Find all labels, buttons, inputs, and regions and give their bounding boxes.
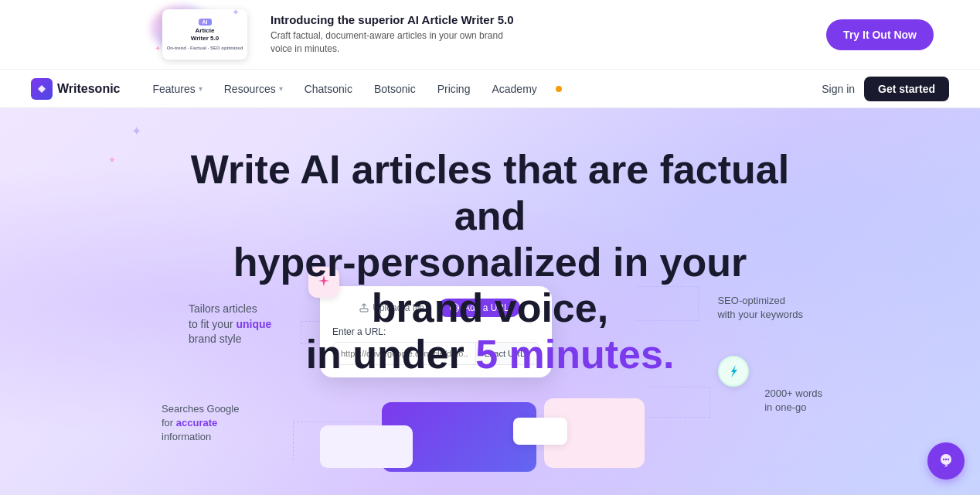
svg-point-6	[948, 459, 949, 460]
navbar: Writesonic Features ▾ Resources ▾ Chatso…	[0, 70, 980, 108]
hero-section: ✦ ✦ Write AI articles that are factual a…	[0, 108, 980, 495]
decorative-card-white	[513, 418, 567, 445]
nav-item-chatsonic[interactable]: Chatsonic	[295, 78, 362, 100]
logo-text: Writesonic	[57, 82, 121, 96]
hero-title-highlight: 5 minutes.	[475, 332, 674, 377]
nav-item-academy[interactable]: Academy	[482, 78, 546, 100]
get-started-button[interactable]: Get started	[864, 77, 949, 101]
notification-dot	[556, 86, 562, 92]
hero-title-line2: hyper-personalized in your brand voice,	[233, 240, 747, 331]
sparkle-icon-2: ✦	[155, 44, 161, 53]
hero-title-line1: Write AI articles that are factual and	[191, 147, 790, 238]
logo-icon	[31, 78, 53, 100]
hero-title: Write AI articles that are factual and h…	[181, 147, 799, 378]
dashed-connector-4	[648, 387, 710, 418]
svg-point-5	[945, 459, 947, 460]
nav-item-botsonic[interactable]: Botsonic	[365, 78, 425, 100]
nav-items: Features ▾ Resources ▾ Chatsonic Botsoni…	[144, 78, 822, 100]
logo[interactable]: Writesonic	[31, 78, 121, 100]
annotation-words: 2000+ words in one-go	[764, 387, 822, 415]
sign-in-button[interactable]: Sign in	[822, 83, 855, 95]
sparkle-icon-4: ✦	[108, 155, 116, 166]
banner-left: AI ArticleWriter 5.0 On-trend · Factual …	[155, 5, 518, 63]
sparkle-icon: ✦	[232, 7, 240, 18]
hero-title-line3-prefix: in under	[306, 332, 476, 377]
nav-item-features[interactable]: Features ▾	[144, 78, 212, 100]
nav-item-resources[interactable]: Resources ▾	[215, 78, 292, 100]
try-it-out-button[interactable]: Try It Out Now	[826, 19, 934, 50]
svg-point-4	[943, 459, 944, 460]
chat-support-button[interactable]	[927, 442, 965, 480]
sparkle-icon-3: ✦	[131, 124, 141, 138]
annotation-google-search: Searches Google for accurate information	[162, 402, 239, 445]
chevron-down-icon: ▾	[279, 84, 283, 93]
nav-item-pricing[interactable]: Pricing	[428, 78, 480, 100]
banner-title: Introducing the superior AI Article Writ…	[271, 13, 518, 26]
nav-right: Sign in Get started	[822, 77, 949, 101]
decorative-card-light	[320, 425, 413, 468]
hero-content: Write AI articles that are factual and h…	[0, 108, 980, 378]
banner-description: Craft factual, document-aware articles i…	[271, 29, 518, 56]
announcement-banner: AI ArticleWriter 5.0 On-trend · Factual …	[0, 0, 980, 70]
chevron-down-icon: ▾	[199, 84, 202, 93]
banner-graphic: AI ArticleWriter 5.0 On-trend · Factual …	[155, 5, 255, 63]
banner-text: Introducing the superior AI Article Writ…	[271, 13, 518, 56]
